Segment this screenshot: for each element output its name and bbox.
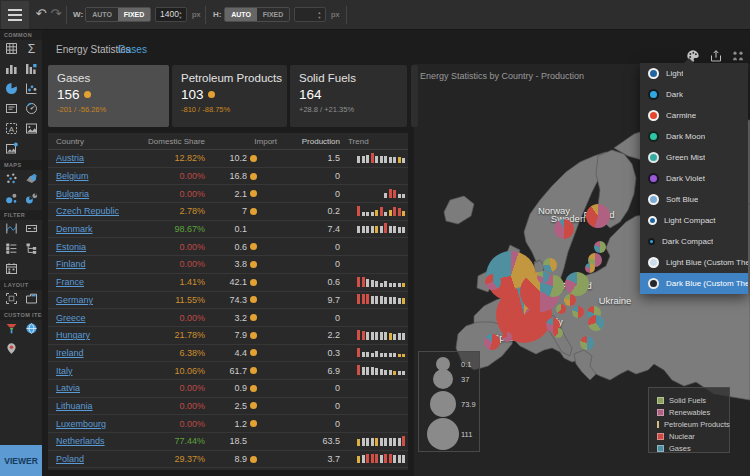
pie-chart-item[interactable] <box>1 80 21 100</box>
choropleth-map-item[interactable] <box>21 170 41 190</box>
column-header-country[interactable]: Country <box>56 133 84 149</box>
theme-option-light[interactable]: Light <box>640 63 748 84</box>
map-pie-marker[interactable] <box>585 263 595 273</box>
undo-icon[interactable]: ↶ <box>33 5 49 23</box>
export-icon[interactable] <box>709 49 724 64</box>
country-link[interactable]: Austria <box>56 153 84 163</box>
map-pie-marker[interactable] <box>554 219 574 239</box>
country-link[interactable]: Netherlands <box>56 436 105 446</box>
width-input[interactable]: 1400 ▴▾ <box>155 7 187 22</box>
map-pie-marker[interactable] <box>588 315 604 331</box>
country-link[interactable]: Finland <box>56 259 86 269</box>
map-pie-marker[interactable] <box>485 274 501 290</box>
geo-point-map-item[interactable] <box>1 170 21 190</box>
table-row[interactable]: Luxembourg0.00%1.20 <box>48 415 408 433</box>
map-pie-marker[interactable] <box>553 328 563 338</box>
table-row[interactable]: Poland29.37%8.93.7 <box>48 451 408 469</box>
card-item[interactable] <box>1 100 21 120</box>
map-pie-marker[interactable] <box>543 258 557 272</box>
country-link[interactable]: Denmark <box>56 224 93 234</box>
country-link[interactable]: Latvia <box>56 383 80 393</box>
card-gases[interactable]: Gases156-201 / -56.26% <box>48 65 169 127</box>
bound-image-item[interactable] <box>1 140 21 160</box>
range-filter-item[interactable] <box>1 220 21 240</box>
scatter-chart-item[interactable] <box>21 80 41 100</box>
grid-item[interactable] <box>1 40 21 60</box>
bubble-map-item[interactable] <box>1 190 21 210</box>
country-link[interactable]: Ireland <box>56 348 84 358</box>
height-input[interactable]: ▴▾ <box>294 7 326 22</box>
theme-option-dark-blue-custom-theme[interactable]: Dark Blue (Custom Theme) <box>640 273 748 294</box>
table-row[interactable]: Italy10.06%61.76.9 <box>48 362 408 380</box>
theme-option-dark-moon[interactable]: Dark Moon <box>640 126 748 147</box>
column-header-domestic-share[interactable]: Domestic Share <box>148 133 205 149</box>
redo-icon[interactable]: ↷ <box>48 5 64 23</box>
map-pie-marker[interactable] <box>594 241 606 253</box>
country-link[interactable]: Luxembourg <box>56 419 106 429</box>
theme-option-dark-compact[interactable]: Dark Compact <box>640 231 748 252</box>
table-row[interactable]: Germany11.55%74.39.7 <box>48 292 408 310</box>
pie-map-item[interactable] <box>21 190 41 210</box>
viewer-button[interactable]: VIEWER <box>0 445 42 476</box>
funnel-item[interactable] <box>1 320 21 340</box>
column-header-import[interactable]: Import <box>254 133 277 149</box>
country-link[interactable]: Lithuania <box>56 401 93 411</box>
country-link[interactable]: Hungary <box>56 330 90 340</box>
country-link[interactable]: Bulgaria <box>56 189 89 199</box>
country-link[interactable]: Poland <box>56 454 84 464</box>
height-spinner[interactable]: ▴▾ <box>315 8 324 21</box>
theme-option-light-compact[interactable]: Light Compact <box>640 210 748 231</box>
table-row[interactable]: Netherlands77.44%18.563.5 <box>48 433 408 451</box>
theme-option-carmine[interactable]: Carmine <box>640 105 748 126</box>
table-row[interactable]: Bulgaria0.00%2.10 <box>48 185 408 203</box>
map-pie-marker[interactable] <box>572 306 584 318</box>
image-item[interactable] <box>21 120 41 140</box>
table-row[interactable]: Hungary21.78%7.92.2 <box>48 327 408 345</box>
country-link[interactable]: Belgium <box>56 171 89 181</box>
tab-gases[interactable]: Gases <box>118 44 147 55</box>
map-pie-marker[interactable] <box>564 294 576 306</box>
theme-option-dark-violet[interactable]: Dark Violet <box>640 168 748 189</box>
table-row[interactable]: Czech Republic2.78%70.2 <box>48 203 408 221</box>
country-link[interactable]: Greece <box>56 313 86 323</box>
table-row[interactable]: Latvia0.00%0.90 <box>48 380 408 398</box>
gauge-item[interactable] <box>21 100 41 120</box>
table-row[interactable]: France1.41%42.10.6 <box>48 274 408 292</box>
country-link[interactable]: Estonia <box>56 242 86 252</box>
country-link[interactable]: Italy <box>56 366 73 376</box>
bar-gauge-item[interactable] <box>21 60 41 80</box>
chart-item[interactable] <box>1 60 21 80</box>
map-pie-marker[interactable] <box>537 271 549 283</box>
map-pie-marker[interactable] <box>484 334 500 350</box>
segw-auto-button[interactable]: AUTO <box>86 8 118 21</box>
map-pie-marker[interactable] <box>580 336 594 350</box>
card-petroleum-products[interactable]: Petroleum Products103-810 / -88.75% <box>172 65 287 127</box>
combo-box-item[interactable] <box>21 220 41 240</box>
table-row[interactable]: Belgium0.00%16.80 <box>48 168 408 186</box>
table-row[interactable]: Greece0.00%3.20 <box>48 309 408 327</box>
table-row[interactable]: Lithuania0.00%2.50 <box>48 398 408 416</box>
map-pie-marker[interactable] <box>565 272 589 296</box>
width-spinner[interactable]: ▴▾ <box>176 8 185 21</box>
table-row[interactable]: Estonia0.00%0.60 <box>48 238 408 256</box>
country-link[interactable]: France <box>56 277 84 287</box>
segh-fixed-button[interactable]: FIXED <box>257 8 289 21</box>
theme-option-dark[interactable]: Dark <box>640 84 748 105</box>
group-item[interactable] <box>1 290 21 310</box>
column-header-trend[interactable]: Trend <box>348 133 369 149</box>
pivot-item[interactable]: Σ <box>21 40 41 60</box>
menu-icon[interactable] <box>1 1 29 29</box>
table-row[interactable]: Austria12.82%10.21.5 <box>48 150 408 168</box>
country-link[interactable]: Czech Republic <box>56 206 119 216</box>
tree-view-item[interactable] <box>21 240 41 260</box>
segw-fixed-button[interactable]: FIXED <box>118 8 150 21</box>
map-pie-marker[interactable] <box>502 332 512 342</box>
map-pie-marker[interactable] <box>556 304 566 314</box>
theme-option-green-mist[interactable]: Green Mist <box>640 147 748 168</box>
date-filter-item[interactable] <box>1 260 21 280</box>
segh-auto-button[interactable]: AUTO <box>225 8 257 21</box>
theme-option-light-blue-custom-theme[interactable]: Light Blue (Custom Theme) <box>640 252 748 273</box>
list-box-item[interactable] <box>1 240 21 260</box>
table-row[interactable]: Finland0.00%3.80 <box>48 256 408 274</box>
country-link[interactable]: Germany <box>56 295 93 305</box>
